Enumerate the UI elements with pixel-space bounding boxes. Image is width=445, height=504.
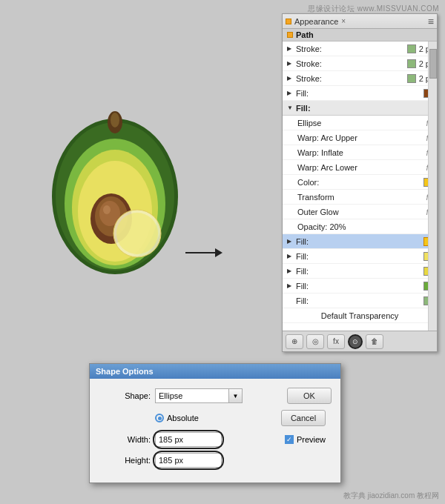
sub-row-warp-arc-lower[interactable]: Warp: Arc Lower fx [283,160,437,175]
panel-indicator [286,19,291,24]
layer-button[interactable]: ⊙ [348,334,363,349]
width-input[interactable] [155,432,222,447]
dialog-titlebar: Shape Options [90,364,340,379]
preview-row: ✓ Preview [285,435,332,444]
stroke-color-3 [407,74,416,83]
top-watermark: 思缘设计论坛 www.MISSVUAN.COM [308,4,439,14]
add-new-button[interactable]: ⊕ [286,334,303,349]
sub-row-warp-arc-upper[interactable]: Warp: Arc Upper fx [283,130,437,145]
shape-select-container: ▼ [155,388,277,403]
absolute-radio-button[interactable] [155,414,164,422]
shape-row: Shape: ▼ OK [99,388,332,404]
panel-close-btn[interactable]: × [341,17,346,25]
ok-button[interactable]: OK [287,388,332,404]
sub-row-warp-inflate[interactable]: Warp: Inflate fx [283,145,437,160]
fill-row-2[interactable]: ▶ Fill: [283,249,437,264]
fill-row-4[interactable]: ▶ Fill: [283,279,437,294]
fill-triangle-1: ▶ [287,90,294,96]
fill-triangle-4: ▶ [287,282,294,289]
panel-title-text: Appearance [294,17,338,26]
sub-row-transform[interactable]: Transform fx [283,190,437,205]
arrow-line [185,252,215,253]
width-input-wrapper [155,432,222,447]
fill-triangle-3: ▶ [287,268,294,274]
fx-button[interactable]: fx [327,334,345,349]
stroke-row-2[interactable]: ▶ Stroke: 2 pt [283,56,437,71]
width-field-label: Width: [99,435,151,444]
panel-title-left: Appearance × [286,17,346,26]
panel-scrollbar[interactable] [428,42,437,331]
stroke-color-2 [407,59,416,68]
sub-row-outer-glow[interactable]: Outer Glow fx [283,205,437,219]
sub-row-ellipse[interactable]: Ellipse fx [283,116,437,130]
path-label: Path [296,30,314,39]
fill-section-triangle: ▼ [287,105,294,111]
absolute-label: Absolute [167,414,199,422]
fill-section-header[interactable]: ▼ Fill: [283,101,437,116]
canvas-area [0,0,230,356]
stroke-triangle-1: ▶ [287,45,294,52]
preview-checkbox[interactable]: ✓ [285,435,294,444]
svg-point-8 [103,205,111,214]
stroke-color-1 [407,44,416,53]
path-color-indicator [287,32,293,38]
height-field-label: Height: [99,456,151,465]
stroke-row-3[interactable]: ▶ Stroke: 2 pt [283,71,437,86]
svg-point-11 [116,213,158,254]
cancel-button[interactable]: Cancel [281,410,326,426]
shape-dropdown-arrow[interactable]: ▼ [229,388,243,403]
fill-selected-triangle: ▶ [287,238,294,245]
shape-select-input[interactable] [155,388,229,403]
arrow-head [215,248,222,257]
preview-label: Preview [297,435,326,444]
stroke-triangle-2: ▶ [287,60,294,67]
fill-row-3[interactable]: ▶ Fill: [283,264,437,279]
svg-point-13 [111,113,119,127]
default-transparency-row: Default Transparency [283,308,437,323]
absolute-radio[interactable]: Absolute [155,414,199,422]
avocado-illustration [33,96,197,289]
height-input[interactable] [155,453,222,468]
panel-footer: ⊕ ◎ fx ⊙ 🗑 [283,331,437,351]
fill-triangle-2: ▶ [287,253,294,259]
ok-button-container: OK [287,388,332,404]
absolute-row: Absolute Cancel [99,410,332,426]
panel-path-header: Path [283,29,437,42]
fill-row-5[interactable]: Fill: [283,294,437,308]
height-row: Height: [99,453,332,468]
height-input-wrapper [155,453,222,468]
sub-row-opacity[interactable]: Opacity: 20% [283,219,437,234]
scrollbar-thumb[interactable] [429,49,437,79]
appearance-panel: Appearance × ≡ Path ▶ Stroke: 2 pt ▶ Str… [282,13,438,352]
shape-field-label: Shape: [99,391,151,400]
stroke-triangle-3: ▶ [287,75,294,82]
dialog-body: Shape: ▼ OK Absolute Cancel Width [90,379,340,483]
sub-row-color[interactable]: Color: [283,175,437,190]
dialog-title: Shape Options [96,367,154,376]
cancel-button-container: Cancel [281,410,332,426]
panel-titlebar: Appearance × ≡ [283,14,437,29]
bottom-watermark: 教字典 jiaozidian.com 教程网 [343,491,439,501]
arrow-indicator [185,248,222,257]
panel-content: ▶ Stroke: 2 pt ▶ Stroke: 2 pt ▶ Stroke: … [283,42,437,331]
stroke-row-1[interactable]: ▶ Stroke: 2 pt [283,42,437,56]
fill-row-selected[interactable]: ▶ Fill: [283,234,437,249]
panel-menu-button[interactable]: ≡ [428,16,434,27]
shape-options-dialog: Shape Options Shape: ▼ OK Absolute Canc [89,363,341,483]
width-row: Width: ✓ Preview [99,432,332,447]
clear-button[interactable]: ◎ [306,334,324,349]
delete-button[interactable]: 🗑 [366,334,383,349]
fill-row-1[interactable]: ▶ Fill: [283,86,437,101]
